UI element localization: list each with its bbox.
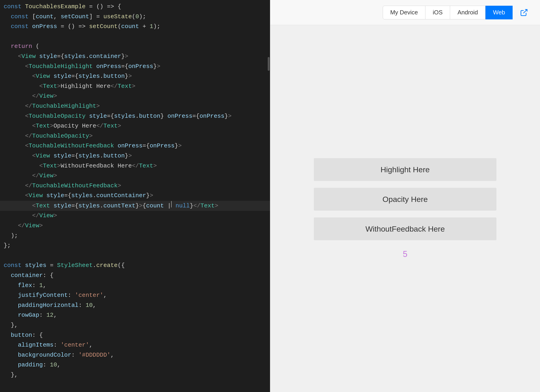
code-line: <TouchableOpacity style={styles.button} … [0, 111, 270, 121]
code-line: return ( [0, 41, 270, 52]
code-line: rowGap: 12, [0, 310, 270, 320]
code-line: </TouchableOpacity> [0, 131, 270, 141]
code-line [0, 251, 270, 261]
tab-ios[interactable]: iOS [425, 6, 450, 19]
code-line: alignItems: 'center', [0, 340, 270, 350]
external-link-button[interactable] [517, 6, 531, 19]
code-line: }; [0, 241, 270, 251]
code-line: ); [0, 231, 270, 241]
code-line: container: { [0, 271, 270, 281]
svg-line-0 [523, 9, 527, 13]
code-line: </TouchableHighlight> [0, 101, 270, 111]
code-line: </TouchableWithoutFeedback> [0, 181, 270, 191]
function-name: TouchablesExample [25, 2, 85, 12]
code-line: <Text>Opacity Here</Text> [0, 121, 270, 131]
code-line: justifyContent: 'center', [0, 290, 270, 301]
code-editor[interactable]: const TouchablesExample = () => { const … [0, 0, 270, 392]
count-display: 5 [403, 249, 407, 259]
tab-web[interactable]: Web [485, 6, 513, 19]
code-line [0, 32, 270, 42]
external-link-icon [520, 8, 528, 17]
preview-content: Highlight Here Opacity Here WithoutFeedb… [270, 25, 540, 392]
code-line: const TouchablesExample = () => { [0, 2, 270, 12]
code-line: <TouchableHighlight onPress={onPress}> [0, 62, 270, 72]
code-line: const [count, setCount] = useState(0); [0, 12, 270, 22]
code-line: paddingHorizontal: 10, [0, 301, 270, 311]
code-line: }, [0, 320, 270, 330]
code-line: flex: 1, [0, 281, 270, 291]
without-feedback-here-button[interactable]: WithoutFeedback Here [314, 218, 496, 240]
code-line: const styles = StyleSheet.create({ [0, 261, 270, 271]
code-line: </View> [0, 211, 270, 221]
code-line: <View style={styles.button}> [0, 151, 270, 161]
opacity-here-button[interactable]: Opacity Here [314, 188, 496, 211]
tab-android[interactable]: Android [450, 6, 485, 19]
code-line: <TouchableWithoutFeedback onPress={onPre… [0, 141, 270, 151]
code-line: <View style={styles.countContainer}> [0, 191, 270, 201]
scrollbar[interactable] [268, 57, 270, 71]
highlight-here-button[interactable]: Highlight Here [314, 158, 496, 181]
code-line: </View> [0, 91, 270, 101]
code-line: }, [0, 370, 270, 380]
code-line: backgroundColor: '#DDDDDD', [0, 350, 270, 360]
text-cursor [171, 201, 172, 207]
code-line: padding: 10, [0, 360, 270, 370]
preview-panel: My Device iOS Android Web Highlight Here… [270, 0, 540, 392]
code-line: <Text>WithoutFeedback Here</Text> [0, 161, 270, 171]
code-line-active: <Text style={styles.countText}>{count | … [0, 201, 270, 211]
tab-my-device[interactable]: My Device [383, 6, 425, 19]
code-line: button: { [0, 330, 270, 340]
keyword: const [4, 2, 25, 12]
device-toolbar: My Device iOS Android Web [270, 0, 540, 25]
code-line: <Text>Highlight Here</Text> [0, 81, 270, 91]
code-line: </View> [0, 221, 270, 231]
code-line: <View style={styles.container}> [0, 52, 270, 62]
code-line: </View> [0, 171, 270, 181]
code-line: <View style={styles.button}> [0, 71, 270, 81]
code-line: const onPress = () => setCount(count + 1… [0, 22, 270, 32]
